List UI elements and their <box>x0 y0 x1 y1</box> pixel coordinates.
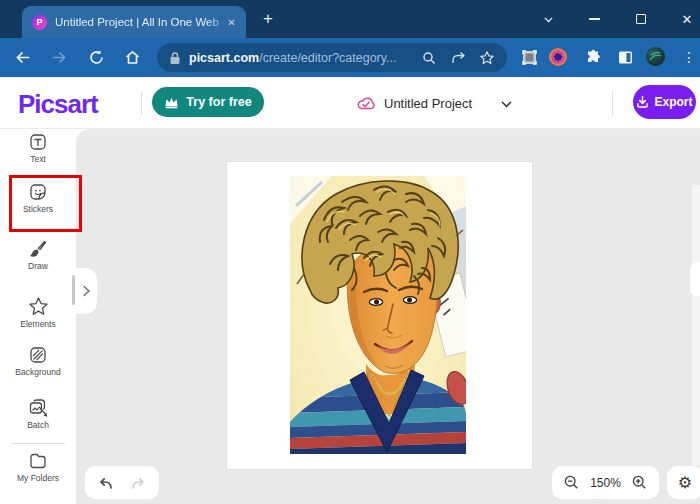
tab-search-chevron-icon[interactable] <box>540 0 556 38</box>
sidebar-item-label: Text <box>0 154 76 164</box>
editor-content: 150% ⚙ Text <box>0 129 700 504</box>
window-close-button[interactable]: ✕ <box>679 0 695 38</box>
text-tool-icon <box>28 132 48 152</box>
sidebar-item-label: My Folders <box>0 473 76 483</box>
sidebar-item-label: Elements <box>0 319 76 329</box>
picsart-favicon-icon: P <box>32 15 47 30</box>
lock-icon <box>169 51 181 65</box>
download-icon <box>636 95 649 109</box>
cloud-sync-icon <box>357 94 375 112</box>
batch-tool-icon <box>28 398 49 418</box>
share-icon[interactable] <box>450 50 466 66</box>
sidebar-item-batch[interactable]: Batch <box>0 398 76 430</box>
sidebar-item-label: Draw <box>0 261 76 271</box>
right-panel-collapsed <box>692 185 700 465</box>
sidebar-item-label: Background <box>0 367 76 377</box>
folder-icon <box>28 451 48 471</box>
reload-icon[interactable] <box>88 49 105 66</box>
sidebar-scrollbar[interactable] <box>72 275 75 305</box>
canvas-workspace[interactable]: 150% ⚙ <box>76 129 700 504</box>
tab-close-icon[interactable]: ✕ <box>224 15 239 30</box>
export-button[interactable]: Export <box>633 85 696 119</box>
zoom-out-button[interactable] <box>563 474 580 491</box>
undo-button[interactable] <box>96 474 114 491</box>
sidebar-item-text[interactable]: Text <box>0 132 76 164</box>
sidebar-item-label: Batch <box>0 420 76 430</box>
side-panel-icon[interactable] <box>617 49 634 66</box>
picsart-extension-icon[interactable] <box>549 48 567 66</box>
tab-title: Untitled Project | All In One Web <box>55 16 233 31</box>
screenshot-extension-icon[interactable] <box>521 49 538 66</box>
zoom-page-icon[interactable] <box>421 50 437 66</box>
extensions-puzzle-icon[interactable] <box>585 49 602 66</box>
history-controls <box>85 466 159 499</box>
browser-titlebar: P Untitled Project | All In One Web ✕ + … <box>0 0 700 38</box>
minimize-button[interactable] <box>586 0 602 38</box>
browser-window: P Untitled Project | All In One Web ✕ + … <box>0 0 700 504</box>
browser-tab[interactable]: P Untitled Project | All In One Web ✕ <box>22 6 246 38</box>
canvas-image[interactable] <box>290 176 466 454</box>
chevron-right-icon <box>82 285 91 297</box>
address-bar[interactable]: picsart.com/create/editor?category... <box>157 43 507 72</box>
home-icon[interactable] <box>124 49 141 66</box>
editor-canvas[interactable] <box>227 162 532 469</box>
zoom-in-button[interactable] <box>631 474 648 491</box>
url-path: /create/editor?category... <box>259 51 396 65</box>
picsart-header: Picsart Try for free Untitled Project Ex… <box>0 77 700 129</box>
header-divider <box>612 90 613 116</box>
back-icon[interactable] <box>14 49 31 66</box>
left-panel-expand-handle[interactable] <box>76 268 97 314</box>
settings-button[interactable]: ⚙ <box>667 466 700 499</box>
try-for-free-label: Try for free <box>186 95 251 109</box>
redo-button[interactable] <box>130 474 148 491</box>
sidebar-item-my-folders[interactable]: My Folders <box>0 451 76 483</box>
crown-icon <box>164 96 179 109</box>
sidebar-item-draw[interactable]: Draw <box>0 239 76 271</box>
sidebar-divider <box>11 443 65 444</box>
sidebar-item-elements[interactable]: Elements <box>0 296 76 329</box>
browser-toolbar: picsart.com/create/editor?category... ⋮ <box>0 38 700 77</box>
sidebar-item-background[interactable]: Background <box>0 345 76 377</box>
profile-avatar[interactable] <box>646 47 665 66</box>
elements-tool-icon <box>28 296 49 317</box>
gear-icon: ⚙ <box>678 473 692 492</box>
export-label: Export <box>654 95 692 109</box>
url-domain: picsart.com <box>189 51 259 65</box>
browser-menu-kebab-icon[interactable]: ⋮ <box>682 47 694 67</box>
forward-icon[interactable] <box>51 49 68 66</box>
try-for-free-button[interactable]: Try for free <box>152 87 264 117</box>
right-panel-handle[interactable] <box>690 262 700 296</box>
background-tool-icon <box>28 345 48 365</box>
project-title[interactable]: Untitled Project <box>384 96 472 111</box>
new-tab-button[interactable]: + <box>259 10 277 28</box>
stickers-highlight-box <box>9 175 82 232</box>
zoom-controls: 150% <box>552 466 659 499</box>
picsart-logo[interactable]: Picsart <box>18 89 98 120</box>
maximize-button[interactable] <box>633 0 649 38</box>
project-chevron-down-icon[interactable] <box>500 98 513 111</box>
header-divider <box>141 92 142 114</box>
zoom-level[interactable]: 150% <box>590 476 621 490</box>
draw-tool-icon <box>28 239 48 259</box>
bookmark-star-icon[interactable] <box>479 50 495 66</box>
